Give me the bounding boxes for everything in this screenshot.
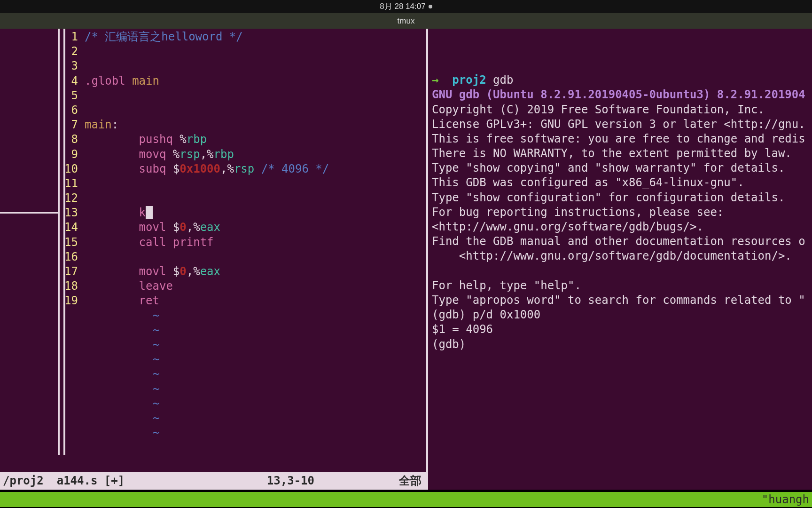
status-filename: a144.s [+] — [57, 474, 125, 488]
terminal-line: GNU gdb (Ubuntu 8.2.91.20190405-0ubuntu3… — [432, 87, 812, 102]
line-number: 19 — [0, 294, 85, 308]
line-number: 11 — [0, 176, 85, 191]
code-line[interactable]: 2 — [0, 44, 426, 59]
current-line-marker-icon — [0, 212, 58, 214]
code-text: leave — [85, 279, 426, 294]
terminal-line: This is free software: you are free to c… — [432, 132, 812, 146]
empty-line: ~ — [0, 352, 426, 367]
terminal-line: Type "show copying" and "show warranty" … — [432, 161, 812, 175]
code-text — [85, 191, 426, 206]
terminal-line: <http://www.gnu.org/software/gdb/documen… — [432, 249, 812, 263]
code-text: subq $0x1000,%rsp /* 4096 */ — [85, 162, 426, 176]
line-number: 7 — [0, 118, 85, 132]
terminal-line: For bug reporting instructions, please s… — [432, 205, 812, 220]
code-text — [85, 103, 426, 118]
code-line[interactable]: 19 ret — [0, 294, 426, 308]
terminal-line: There is NO WARRANTY, to the extent perm… — [432, 146, 812, 161]
line-number: 15 — [0, 235, 85, 250]
code-text: main: — [85, 118, 426, 132]
status-position: 13,3-10 — [267, 474, 314, 488]
code-text: movq %rsp,%rbp — [85, 147, 426, 162]
code-line[interactable]: 4.globl main — [0, 74, 426, 88]
code-line[interactable]: 8 pushq %rbp — [0, 132, 426, 147]
line-number: 9 — [0, 147, 85, 162]
code-line[interactable]: 18 leave — [0, 279, 426, 294]
code-line[interactable]: 6 — [0, 103, 426, 118]
code-text — [85, 59, 426, 73]
empty-line: ~ — [0, 367, 426, 381]
line-number: 17 — [0, 264, 85, 279]
code-line[interactable]: 17 movl $0,%eax — [0, 264, 426, 279]
line-number: 8 — [0, 132, 85, 147]
clock-text: 8月 28 14:07 — [380, 1, 425, 12]
line-number: 1 — [0, 30, 85, 44]
empty-line: ~ — [0, 411, 426, 426]
terminal-line: Type "show configuration" for configurat… — [432, 190, 812, 205]
line-number: 4 — [0, 74, 85, 88]
code-text: /* 汇编语言之helloword */ — [85, 30, 426, 44]
line-number: 10 — [0, 162, 85, 176]
line-number: 16 — [0, 250, 85, 264]
status-percent: 全部 — [399, 474, 422, 488]
vim-status-line: /proj2 a144.s [+] 13,3-10 全部 — [0, 472, 426, 490]
code-line[interactable]: 15 call printf — [0, 235, 426, 250]
terminal-line: → proj2 gdb — [432, 73, 812, 87]
code-line[interactable]: 13 k — [0, 206, 426, 220]
system-menubar: 8月 28 14:07 — [0, 0, 812, 13]
code-line[interactable]: 7main: — [0, 118, 426, 132]
terminal-line: Type "apropos word" to search for comman… — [432, 293, 812, 308]
gdb-terminal-pane[interactable]: → proj2 gdbGNU gdb (Ubuntu 8.2.91.201904… — [426, 29, 812, 490]
empty-line: ~ — [0, 309, 426, 323]
code-text: .globl main — [85, 74, 426, 88]
code-line[interactable]: 3 — [0, 59, 426, 73]
code-text — [85, 176, 426, 191]
code-line[interactable]: 14 movl $0,%eax — [0, 220, 426, 235]
indicator-dot-icon — [429, 5, 432, 8]
code-text — [85, 250, 426, 264]
code-text — [85, 44, 426, 59]
code-line[interactable]: 16 — [0, 250, 426, 264]
code-line[interactable]: 11 — [0, 176, 426, 191]
code-line[interactable]: 9 movq %rsp,%rbp — [0, 147, 426, 162]
terminal-line: (gdb) p/d 0x1000 — [432, 308, 812, 322]
code-text: pushq %rbp — [85, 132, 426, 147]
code-text: k — [85, 206, 426, 220]
line-number: 14 — [0, 220, 85, 235]
line-number: 5 — [0, 88, 85, 103]
code-text: ret — [85, 294, 426, 308]
code-line[interactable]: 1/* 汇编语言之helloword */ — [0, 30, 426, 44]
code-line[interactable]: 10 subq $0x1000,%rsp /* 4096 */ — [0, 162, 426, 176]
code-text — [85, 88, 426, 103]
terminal-line: For help, type "help". — [432, 278, 812, 293]
empty-line: ~ — [0, 397, 426, 411]
editor-body[interactable]: 1/* 汇编语言之helloword */234.globl main567ma… — [0, 29, 426, 472]
line-number: 3 — [0, 59, 85, 73]
code-line[interactable]: 12 — [0, 191, 426, 206]
code-line[interactable]: 5 — [0, 88, 426, 103]
code-text: movl $0,%eax — [85, 264, 426, 279]
empty-line: ~ — [0, 323, 426, 338]
empty-line: ~ — [0, 382, 426, 397]
window-title: tmux — [398, 16, 415, 26]
terminal-line: (gdb) — [432, 337, 812, 352]
terminal-line: $1 = 4096 — [432, 322, 812, 337]
line-number: 18 — [0, 279, 85, 294]
terminal-line: This GDB was configured as "x86_64-linux… — [432, 175, 812, 190]
line-number: 2 — [0, 44, 85, 59]
empty-line: ~ — [0, 426, 426, 440]
empty-line: ~ — [0, 338, 426, 352]
vim-editor-pane[interactable]: 1/* 汇编语言之helloword */234.globl main567ma… — [0, 29, 426, 490]
terminal-line — [432, 264, 812, 278]
terminal-line: <http://www.gnu.org/software/gdb/bugs/>. — [432, 220, 812, 234]
line-number: 6 — [0, 103, 85, 118]
line-number: 12 — [0, 191, 85, 206]
terminal-line: License GPLv3+: GNU GPL version 3 or lat… — [432, 117, 812, 132]
terminal-line: Find the GDB manual and other documentat… — [432, 234, 812, 249]
terminal-line: Copyright (C) 2019 Free Software Foundat… — [432, 103, 812, 117]
tmux-status-bar: "huangh — [0, 492, 812, 507]
text-cursor-icon — [146, 206, 153, 219]
code-text: movl $0,%eax — [85, 220, 426, 235]
window-titlebar[interactable]: tmux — [0, 13, 812, 29]
status-cwd: /proj2 — [3, 474, 44, 488]
tmux-workspace: 1/* 汇编语言之helloword */234.globl main567ma… — [0, 29, 812, 490]
